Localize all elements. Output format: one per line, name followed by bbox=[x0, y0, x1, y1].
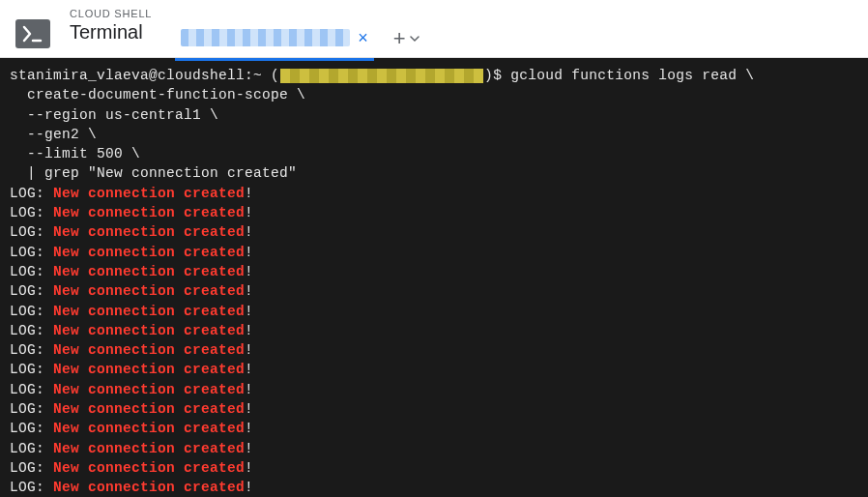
cloud-shell-header: CLOUD SHELL Terminal × + bbox=[0, 0, 868, 58]
command-2: --region us-central1 \ bbox=[10, 105, 858, 125]
log-line: LOG: New connection created! bbox=[10, 340, 858, 360]
terminal-output[interactable]: stanimira_vlaeva@cloudshell:~ ()$ gcloud… bbox=[0, 58, 868, 497]
log-line: LOG: New connection created! bbox=[10, 419, 858, 438]
command-3: --gen2 \ bbox=[10, 125, 858, 144]
plus-icon: + bbox=[393, 28, 406, 49]
log-line: LOG: New connection created! bbox=[10, 458, 858, 478]
log-line: LOG: New connection created! bbox=[10, 243, 858, 262]
log-line: LOG: New connection created! bbox=[10, 360, 858, 379]
tabs-row: × + bbox=[175, 25, 419, 52]
project-id-redacted bbox=[280, 69, 483, 83]
log-line: LOG: New connection created! bbox=[10, 380, 858, 399]
prompt-dollar: $ bbox=[493, 68, 502, 83]
command-1: create-document-function-scope \ bbox=[10, 85, 858, 104]
prompt-user: stanimira_vlaeva@cloudshell bbox=[10, 68, 245, 83]
header-subtitle: CLOUD SHELL bbox=[70, 8, 152, 19]
command-4: --limit 500 \ bbox=[10, 144, 858, 163]
terminal-tab[interactable]: × bbox=[175, 25, 374, 52]
cloud-shell-icon bbox=[15, 19, 50, 48]
header-titles: CLOUD SHELL Terminal bbox=[70, 8, 152, 44]
prompt-line: stanimira_vlaeva@cloudshell:~ ()$ gcloud… bbox=[10, 66, 858, 85]
add-tab-button[interactable]: + bbox=[393, 28, 420, 49]
chevron-down-icon bbox=[410, 34, 420, 44]
log-line: LOG: New connection created! bbox=[10, 302, 858, 321]
tab-label-redacted bbox=[181, 29, 350, 46]
log-line: LOG: New connection created! bbox=[10, 399, 858, 419]
close-icon[interactable]: × bbox=[358, 29, 368, 46]
log-line: LOG: New connection created! bbox=[10, 478, 858, 497]
log-line: LOG: New connection created! bbox=[10, 321, 858, 340]
header-title: Terminal bbox=[70, 21, 152, 44]
command-5: | grep "New connection created" bbox=[10, 163, 858, 183]
log-line: LOG: New connection created! bbox=[10, 262, 858, 281]
log-line: LOG: New connection created! bbox=[10, 203, 858, 222]
log-line: LOG: New connection created! bbox=[10, 439, 858, 458]
log-line: LOG: New connection created! bbox=[10, 184, 858, 203]
prompt-path: ~ bbox=[253, 68, 262, 83]
log-line: LOG: New connection created! bbox=[10, 281, 858, 301]
command-0: gcloud functions logs read \ bbox=[510, 68, 754, 83]
log-output: LOG: New connection created!LOG: New con… bbox=[10, 184, 858, 497]
log-line: LOG: New connection created! bbox=[10, 222, 858, 242]
